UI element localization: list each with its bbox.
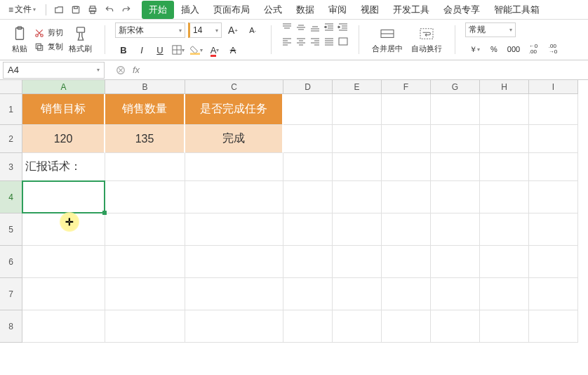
cell-G2[interactable] [431, 125, 480, 153]
select-all-corner[interactable] [0, 80, 22, 94]
cell-H4[interactable] [480, 181, 529, 213]
tab-6[interactable]: 视图 [354, 1, 386, 19]
underline-button[interactable]: U [152, 42, 168, 58]
cell-D1[interactable] [283, 94, 333, 125]
tab-1[interactable]: 插入 [174, 1, 206, 19]
paste-button[interactable]: 粘贴 [8, 25, 31, 54]
cell-D2[interactable] [283, 125, 333, 153]
decrease-font-button[interactable]: A- [244, 22, 261, 38]
fx-icon[interactable]: fx [133, 65, 140, 75]
cell-I5[interactable] [529, 213, 578, 246]
cell-B2[interactable]: 135 [105, 125, 185, 153]
cell-D8[interactable] [283, 310, 333, 343]
col-header-B[interactable]: B [105, 80, 185, 94]
indent-increase-button[interactable] [338, 22, 349, 32]
cell-H8[interactable] [480, 310, 529, 343]
cell-G5[interactable] [431, 213, 480, 246]
cell-G1[interactable] [431, 94, 480, 125]
tab-8[interactable]: 会员专享 [436, 1, 487, 19]
cell-D3[interactable] [283, 153, 333, 181]
cell-E8[interactable] [333, 310, 382, 343]
align-top-button[interactable] [281, 22, 293, 32]
save-icon[interactable] [69, 3, 83, 17]
align-middle-button[interactable] [295, 22, 307, 32]
cell-E3[interactable] [333, 153, 382, 181]
cell-C7[interactable] [185, 278, 283, 310]
border-button[interactable]: ▾ [170, 42, 187, 58]
cell-D4[interactable] [283, 181, 333, 213]
cell-B8[interactable] [105, 310, 185, 343]
file-menu[interactable]: ≡ 文件 ▾ [4, 2, 40, 17]
cell-G6[interactable] [431, 246, 480, 278]
cell-B1[interactable]: 销售数量 [105, 94, 185, 125]
row-header-4[interactable]: 4 [0, 181, 22, 213]
cell-G4[interactable] [431, 181, 480, 213]
cell-C8[interactable] [185, 310, 283, 343]
cell-I7[interactable] [529, 278, 578, 310]
cell-E2[interactable] [333, 125, 382, 153]
cell-F7[interactable] [382, 278, 431, 310]
cell-G7[interactable] [431, 278, 480, 310]
cell-B3[interactable] [105, 153, 185, 181]
tab-2[interactable]: 页面布局 [206, 1, 257, 19]
cell-E4[interactable] [333, 181, 382, 213]
cell-A7[interactable] [22, 278, 105, 310]
cell-B5[interactable] [105, 213, 185, 246]
cell-G3[interactable] [431, 153, 480, 181]
cell-B6[interactable] [105, 246, 185, 278]
col-header-E[interactable]: E [333, 80, 382, 94]
row-header-5[interactable]: 5 [0, 213, 22, 246]
cell-B4[interactable] [105, 181, 185, 213]
cell-B7[interactable] [105, 278, 185, 310]
cell-H2[interactable] [480, 125, 529, 153]
cell-F8[interactable] [382, 310, 431, 343]
cell-C5[interactable] [185, 213, 283, 246]
increase-font-button[interactable]: A+ [225, 22, 241, 38]
copy-button[interactable]: 复制 [34, 41, 63, 53]
tab-3[interactable]: 公式 [257, 1, 289, 19]
cell-A5[interactable] [22, 213, 105, 246]
tab-4[interactable]: 数据 [289, 1, 321, 19]
cell-H3[interactable] [480, 153, 529, 181]
cell-E1[interactable] [333, 94, 382, 125]
cell-A1[interactable]: 销售目标 [22, 94, 105, 125]
cell-H1[interactable] [480, 94, 529, 125]
cell-F4[interactable] [382, 181, 431, 213]
undo-icon[interactable] [102, 3, 116, 17]
name-box[interactable]: A4 ▾ [3, 62, 105, 79]
cell-H5[interactable] [480, 213, 529, 246]
auto-wrap-button[interactable]: 自动换行 [408, 25, 445, 54]
cell-A8[interactable] [22, 310, 105, 343]
thousands-button[interactable]: 000 [505, 41, 523, 57]
strikethrough-button[interactable]: A [225, 42, 241, 58]
font-name-select[interactable]: 新宋体 ▾ [115, 22, 185, 38]
cell-E6[interactable] [333, 246, 382, 278]
cell-A3[interactable]: 汇报话术： [22, 153, 105, 181]
formula-input[interactable] [148, 60, 588, 79]
cell-I4[interactable] [529, 181, 578, 213]
col-header-I[interactable]: I [529, 80, 578, 94]
cell-G8[interactable] [431, 310, 480, 343]
cell-F1[interactable] [382, 94, 431, 125]
tab-7[interactable]: 开发工具 [386, 1, 436, 19]
align-right-button[interactable] [309, 37, 321, 46]
col-header-F[interactable]: F [382, 80, 431, 94]
cell-C2[interactable]: 完成 [185, 125, 283, 153]
cell-F6[interactable] [382, 246, 431, 278]
cell-H7[interactable] [480, 278, 529, 310]
cell-I3[interactable] [529, 153, 578, 181]
merge-center-button[interactable]: 合并居中 [369, 25, 406, 54]
col-header-C[interactable]: C [185, 80, 283, 94]
increase-decimal-button[interactable]: .00 →0 [544, 41, 562, 57]
cell-H6[interactable] [480, 246, 529, 278]
italic-button[interactable]: I [133, 42, 150, 58]
number-format-select[interactable]: 常规 ▾ [465, 22, 516, 37]
cell-D5[interactable] [283, 213, 333, 246]
cut-button[interactable]: 剪切 [34, 27, 63, 39]
align-bottom-button[interactable] [309, 22, 321, 32]
cell-A6[interactable] [22, 246, 105, 278]
font-size-select[interactable]: 14 ▾ [188, 22, 222, 38]
col-header-A[interactable]: A [22, 80, 105, 94]
cell-F5[interactable] [382, 213, 431, 246]
col-header-H[interactable]: H [480, 80, 529, 94]
